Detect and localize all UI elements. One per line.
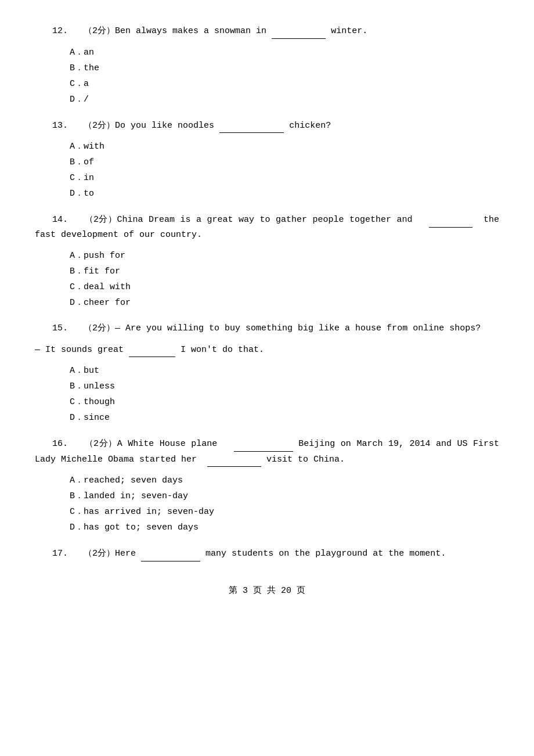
q13-option-c: C．in [70, 170, 499, 186]
page-footer: 第 3 页 共 20 页 [35, 585, 499, 596]
q12-blank [272, 23, 326, 39]
q16-option-a: A．reached; seven days [70, 473, 499, 488]
q16-points: （2分） [85, 439, 117, 449]
q14-option-d: D．cheer for [70, 295, 499, 311]
q16-option-c: C．has arrived in; seven-day [70, 504, 499, 520]
q13-after: chicken? [289, 121, 331, 131]
q12-option-c: C．a [70, 76, 499, 92]
q17-after: many students on the playground at the m… [205, 549, 446, 559]
q12-after: winter. [331, 26, 367, 36]
q16-option-d: D．has got to; seven days [70, 520, 499, 535]
q14-number: 14. [52, 215, 68, 225]
q17-points: （2分） [84, 549, 115, 559]
q16-number: 16. [52, 439, 68, 449]
q13-before: Do you like noodles [115, 121, 214, 131]
q13-option-a: A．with [70, 139, 499, 154]
q12-number: 12. [52, 26, 68, 36]
question-12: 12. （2分）Ben always makes a snowman in wi… [35, 23, 499, 107]
q15-number: 15. [52, 323, 68, 333]
q14-blank [429, 212, 472, 228]
question-15-line2: — It sounds great I won't do that. [35, 342, 499, 358]
q15-dash: — It sounds great [35, 345, 124, 355]
q15-after: I won't do that. [181, 345, 264, 355]
q13-option-d: D．to [70, 186, 499, 201]
q15-option-b: B．unless [70, 379, 499, 394]
question-13-text: 13. （2分）Do you like noodles chicken? [35, 118, 499, 134]
q12-points: （2分） [84, 26, 115, 36]
q12-before: Ben always makes a snowman in [115, 26, 266, 36]
q16-blank1 [234, 436, 293, 452]
footer-text: 第 3 页 共 20 页 [229, 586, 305, 596]
q15-blank [129, 342, 175, 358]
q15-option-c: C．though [70, 394, 499, 410]
question-17-text: 17. （2分）Here many students on the playgr… [35, 546, 499, 561]
question-17: 17. （2分）Here many students on the playgr… [35, 546, 499, 561]
q13-number: 13. [52, 121, 68, 131]
q12-option-b: B．the [70, 60, 499, 76]
q17-blank [141, 546, 200, 561]
question-14: 14. （2分）China Dream is a great way to ga… [35, 212, 499, 311]
q12-option-a: A．an [70, 45, 499, 60]
q14-option-a: A．push for [70, 248, 499, 264]
question-14-text: 14. （2分）China Dream is a great way to ga… [35, 212, 499, 242]
q16-after: visit to China. [261, 455, 345, 465]
question-15-text: 15. （2分）— Are you willing to buy somethi… [35, 321, 499, 336]
q15-line1: — Are you willing to buy something big l… [115, 323, 481, 333]
question-16-text: 16. （2分）A White House plane Beijing on M… [35, 436, 499, 467]
question-16: 16. （2分）A White House plane Beijing on M… [35, 436, 499, 535]
q16-before: A White House plane [117, 439, 234, 449]
q16-blank2 [207, 452, 261, 467]
q15-option-a: A．but [70, 363, 499, 379]
q15-option-d: D．since [70, 410, 499, 426]
q14-option-b: B．fit for [70, 264, 499, 279]
question-15: 15. （2分）— Are you willing to buy somethi… [35, 321, 499, 426]
q13-points: （2分） [84, 121, 115, 131]
question-12-text: 12. （2分）Ben always makes a snowman in wi… [35, 23, 499, 39]
q14-option-c: C．deal with [70, 279, 499, 295]
q17-number: 17. [52, 549, 68, 559]
q12-option-d: D．/ [70, 92, 499, 107]
question-13: 13. （2分）Do you like noodles chicken? A．w… [35, 118, 499, 202]
q17-before: Here [115, 549, 136, 559]
q14-points: （2分） [85, 215, 117, 225]
q15-points: （2分） [84, 323, 115, 333]
q13-blank [219, 118, 284, 134]
q16-option-b: B．landed in; seven-day [70, 488, 499, 504]
q13-option-b: B．of [70, 154, 499, 170]
